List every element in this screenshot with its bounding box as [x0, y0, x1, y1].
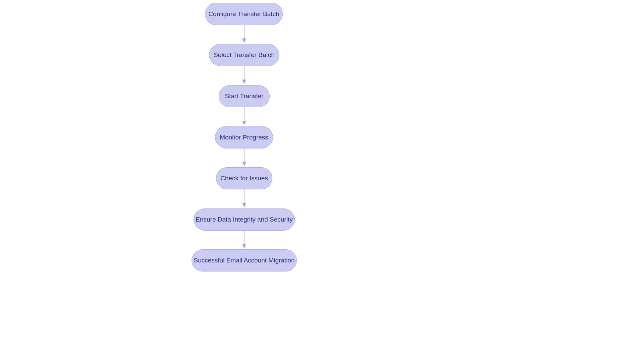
node-configure-transfer-batch: Configure Transfer Batch: [205, 3, 283, 25]
node-check-for-issues: Check for Issues: [216, 167, 272, 189]
flowchart-arrows: [0, 0, 644, 362]
node-label: Select Transfer Batch: [214, 51, 275, 59]
node-label: Successful Email Account Migration: [194, 257, 295, 264]
flowchart-canvas: Configure Transfer Batch Select Transfer…: [0, 0, 644, 362]
node-monitor-progress: Monitor Progress: [215, 126, 273, 148]
node-start-transfer: Start Transfer: [219, 85, 270, 107]
node-select-transfer-batch: Select Transfer Batch: [209, 44, 279, 66]
node-label: Check for Issues: [220, 175, 268, 182]
node-label: Monitor Progress: [220, 134, 268, 141]
node-ensure-data-integrity: Ensure Data Integrity and Security: [194, 208, 295, 231]
node-label: Ensure Data Integrity and Security: [196, 216, 292, 223]
node-label: Configure Transfer Batch: [208, 10, 279, 18]
node-successful-migration: Successful Email Account Migration: [192, 249, 297, 272]
node-label: Start Transfer: [225, 93, 263, 100]
